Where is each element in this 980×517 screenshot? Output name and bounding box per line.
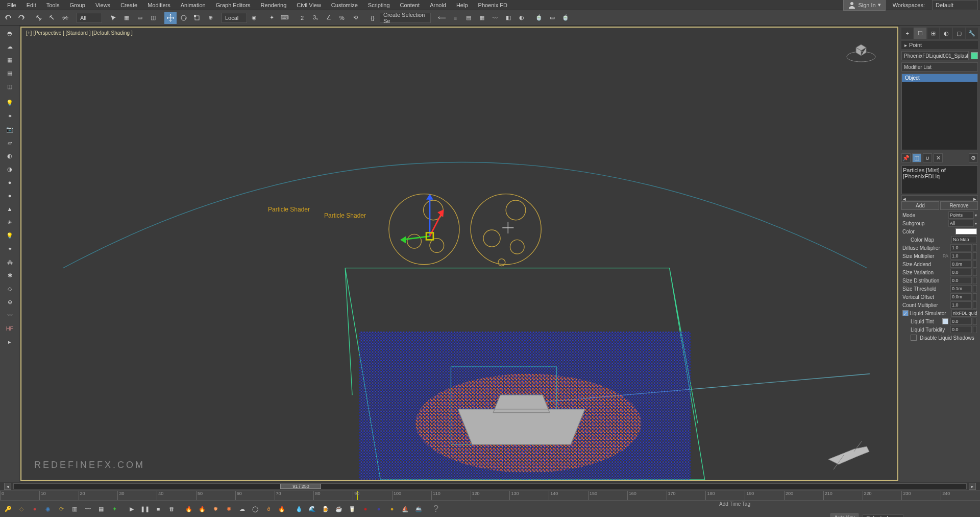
undo-button[interactable]	[2, 12, 14, 24]
spinner[interactable]	[973, 293, 977, 300]
create-lights-icon[interactable]: ▦	[3, 54, 17, 65]
add-button[interactable]: Add	[901, 201, 939, 210]
motion-tab[interactable]: ◐	[940, 28, 952, 39]
spinner[interactable]	[973, 269, 977, 276]
menu-scripting[interactable]: Scripting	[363, 1, 395, 9]
render-button[interactable]: 🍵	[559, 12, 572, 24]
create-systems-icon[interactable]: ✦	[3, 110, 17, 122]
param-spinner-value[interactable]: 0.0m	[950, 261, 972, 268]
trash-icon[interactable]: 🗑	[165, 503, 178, 515]
snap-3d-button[interactable]: 3ₛ	[309, 12, 322, 24]
more-icon[interactable]: ▸	[3, 336, 17, 347]
angle-snap-button[interactable]: ∠	[323, 12, 335, 24]
menu-create[interactable]: Create	[115, 1, 142, 9]
hf-icon[interactable]: HF	[3, 323, 17, 334]
param-value[interactable]: No Map	[951, 236, 977, 243]
timeline-ruler[interactable]: 0102030405060708090100110120130140150160…	[0, 490, 980, 501]
sphere-icon-tb[interactable]: ●	[29, 503, 41, 515]
keyboard-button[interactable]: ⌨	[279, 12, 291, 24]
edit-named-selection-button[interactable]: {}	[366, 12, 379, 24]
menu-rendering[interactable]: Rendering	[256, 1, 292, 9]
move-button[interactable]	[164, 12, 177, 24]
scale-button[interactable]	[191, 12, 203, 24]
placement-button[interactable]: ⊕	[204, 12, 216, 24]
help-icon[interactable]: ?	[430, 503, 442, 515]
remove-button[interactable]: Remove	[940, 201, 978, 210]
menu-arnold[interactable]: Arnold	[425, 1, 451, 9]
spinner[interactable]	[973, 252, 977, 260]
add-time-tag[interactable]: Add Time Tag	[719, 501, 750, 507]
tint-swatch[interactable]	[942, 318, 948, 324]
modifier-stack-item[interactable]: Object	[902, 74, 977, 82]
smoke-icon[interactable]: ☁	[236, 503, 248, 515]
time-slider-handle[interactable]: 91 / 250	[280, 484, 321, 489]
sun-icon[interactable]: ☀	[3, 217, 17, 228]
param-spinner-value[interactable]: 0.0m	[950, 293, 972, 300]
particles-listbox[interactable]: Particles [Mist] of [PhoenixFDLiq	[901, 166, 978, 194]
particle-icon[interactable]: ⁂	[3, 256, 17, 268]
dust-icon[interactable]: ◯	[249, 503, 261, 515]
rotate-button[interactable]	[178, 12, 190, 24]
param-value[interactable]: Points	[948, 212, 974, 219]
workspace-dropdown[interactable]: Default	[932, 0, 978, 10]
modifier-stack[interactable]: Object	[901, 74, 978, 150]
material-editor-button[interactable]: ◐	[516, 12, 528, 24]
auto-key-button[interactable]: Auto Key	[830, 513, 859, 517]
play-reverse-icon[interactable]: ▶	[126, 503, 138, 515]
phoenix-icon[interactable]: 📷	[3, 124, 17, 135]
explosion-icon[interactable]: ✸	[209, 503, 222, 515]
param-spinner-value[interactable]: 0.1m	[950, 285, 972, 292]
display-tab[interactable]: ▢	[953, 28, 965, 39]
filter-icon[interactable]: ▥	[68, 503, 81, 515]
pin-stack-icon[interactable]: 📌	[901, 153, 911, 162]
viewport[interactable]: [+] [Perspective ] [Standard ] [Default …	[20, 27, 898, 481]
window-crossing-button[interactable]: ◫	[147, 12, 159, 24]
modifier-list-dropdown[interactable]: Modifier List	[901, 62, 978, 72]
menu-content[interactable]: Content	[395, 1, 425, 9]
menu-civil-view[interactable]: Civil View	[291, 1, 326, 9]
sea-icon[interactable]: 〰	[3, 310, 17, 321]
remove-mod-icon[interactable]: ✕	[934, 153, 943, 162]
checkbox[interactable]	[911, 335, 917, 341]
honey-icon[interactable]: ●	[386, 503, 398, 515]
prev-key-button[interactable]: ◂	[4, 483, 11, 490]
unlink-button[interactable]	[46, 12, 58, 24]
mirror-button[interactable]: ⟸	[436, 12, 448, 24]
sub-icon[interactable]: 🚢	[412, 503, 425, 515]
render-frame-button[interactable]: ▭	[546, 12, 558, 24]
stop-icon[interactable]: ■	[152, 503, 164, 515]
snap-tb-icon[interactable]: ✦	[108, 503, 120, 515]
percent-snap-button[interactable]: %	[336, 12, 348, 24]
water-icon[interactable]: 💧	[293, 503, 305, 515]
object-name-field[interactable]: PhoenixFDLiquid001_SplashesSh	[901, 51, 969, 60]
hierarchy-tab[interactable]: ⊞	[927, 28, 939, 39]
next-key-button[interactable]: ▸	[969, 483, 976, 490]
create-cameras-icon[interactable]: ▤	[3, 67, 17, 79]
param-spinner-value[interactable]: 0.0	[950, 269, 972, 276]
spinner[interactable]	[973, 244, 977, 251]
torus-icon[interactable]: ▲	[3, 203, 17, 215]
create-shapes-icon[interactable]: ☁	[3, 41, 17, 52]
menu-file[interactable]: File	[2, 1, 21, 9]
spinner[interactable]	[973, 277, 977, 284]
param-spinner-value[interactable]: 0.0	[950, 277, 972, 284]
fire-icon[interactable]: 🔥	[183, 503, 195, 515]
layers-tb-icon[interactable]: ▦	[95, 503, 107, 515]
box-icon-tb[interactable]: ◇	[15, 503, 28, 515]
menu-help[interactable]: Help	[451, 1, 473, 9]
coord-system-dropdown[interactable]: Local	[222, 13, 247, 23]
ink-icon[interactable]: ●	[373, 503, 385, 515]
align-button[interactable]: ≡	[449, 12, 461, 24]
spray-icon[interactable]: ✱	[3, 270, 17, 281]
blood-icon[interactable]: ●	[359, 503, 372, 515]
time-slider-track[interactable]: 91 / 250	[13, 483, 967, 489]
menu-graph-editors[interactable]: Graph Editors	[211, 1, 256, 9]
milk-icon[interactable]: 🥛	[346, 503, 358, 515]
modify-tab[interactable]: ☐	[914, 28, 926, 39]
particles-scrollbar[interactable]: ◂▸	[901, 195, 978, 200]
param-spinner-value[interactable]: 1.0	[950, 301, 972, 309]
menu-group[interactable]: Group	[64, 1, 90, 9]
create-tab[interactable]: +	[901, 28, 913, 39]
sign-in-button[interactable]: Sign In ▾	[843, 0, 885, 11]
bind-button[interactable]	[59, 12, 71, 24]
